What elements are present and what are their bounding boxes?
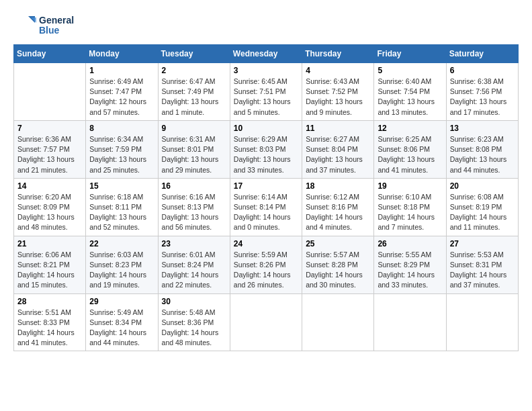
header-day-wednesday: Wednesday <box>230 45 302 63</box>
day-number: 6 <box>450 66 515 75</box>
calendar-cell: 18Sunrise: 6:12 AMSunset: 8:16 PMDayligh… <box>302 178 374 236</box>
day-number: 19 <box>378 181 442 191</box>
calendar-cell: 2Sunrise: 6:47 AMSunset: 7:49 PMDaylight… <box>158 63 230 121</box>
day-info: Sunrise: 6:12 AMSunset: 8:16 PMDaylight:… <box>306 192 370 233</box>
calendar-cell: 13Sunrise: 6:23 AMSunset: 8:08 PMDayligh… <box>446 120 518 178</box>
day-info: Sunrise: 6:14 AMSunset: 8:14 PMDaylight:… <box>234 192 298 233</box>
calendar-cell: 14Sunrise: 6:20 AMSunset: 8:09 PMDayligh… <box>14 178 86 236</box>
calendar-cell: 24Sunrise: 5:59 AMSunset: 8:26 PMDayligh… <box>230 236 302 293</box>
calendar-cell: 21Sunrise: 6:06 AMSunset: 8:21 PMDayligh… <box>14 236 86 293</box>
day-number: 3 <box>234 66 298 75</box>
week-row-1: 1Sunrise: 6:49 AMSunset: 7:47 PMDaylight… <box>14 63 519 121</box>
header-row: SundayMondayTuesdayWednesdayThursdayFrid… <box>14 45 519 63</box>
day-info: Sunrise: 6:45 AMSunset: 7:51 PMDaylight:… <box>234 77 298 118</box>
day-number: 10 <box>234 124 298 133</box>
logo-blue: Blue <box>39 26 74 36</box>
calendar-cell: 9Sunrise: 6:31 AMSunset: 8:01 PMDaylight… <box>158 120 230 178</box>
day-info: Sunrise: 6:27 AMSunset: 8:04 PMDaylight:… <box>306 134 370 175</box>
day-number: 14 <box>17 181 82 191</box>
day-number: 9 <box>162 124 226 133</box>
day-number: 20 <box>450 181 515 191</box>
day-number: 15 <box>89 181 154 191</box>
day-number: 27 <box>450 239 515 248</box>
day-info: Sunrise: 5:59 AMSunset: 8:26 PMDaylight:… <box>234 250 298 291</box>
calendar-cell <box>14 63 86 121</box>
logo-graphic <box>13 13 38 38</box>
day-info: Sunrise: 6:31 AMSunset: 8:01 PMDaylight:… <box>162 134 226 175</box>
calendar-cell: 1Sunrise: 6:49 AMSunset: 7:47 PMDaylight… <box>86 63 158 121</box>
day-number: 12 <box>378 124 442 133</box>
calendar-cell: 6Sunrise: 6:38 AMSunset: 7:56 PMDaylight… <box>446 63 518 121</box>
calendar-cell: 15Sunrise: 6:18 AMSunset: 8:11 PMDayligh… <box>86 178 158 236</box>
day-info: Sunrise: 5:53 AMSunset: 8:31 PMDaylight:… <box>450 250 515 291</box>
day-number: 25 <box>306 239 370 248</box>
day-info: Sunrise: 6:49 AMSunset: 7:47 PMDaylight:… <box>89 77 154 118</box>
day-number: 7 <box>17 124 82 133</box>
calendar-cell: 27Sunrise: 5:53 AMSunset: 8:31 PMDayligh… <box>446 236 518 293</box>
day-number: 24 <box>234 239 298 248</box>
day-number: 4 <box>306 66 370 75</box>
calendar-cell: 26Sunrise: 5:55 AMSunset: 8:29 PMDayligh… <box>374 236 446 293</box>
day-number: 8 <box>89 124 154 133</box>
calendar-cell: 30Sunrise: 5:48 AMSunset: 8:36 PMDayligh… <box>158 293 230 351</box>
calendar-cell <box>302 293 374 351</box>
day-number: 17 <box>234 181 298 191</box>
day-number: 21 <box>17 239 82 248</box>
day-info: Sunrise: 6:43 AMSunset: 7:52 PMDaylight:… <box>306 77 370 118</box>
day-info: Sunrise: 6:23 AMSunset: 8:08 PMDaylight:… <box>450 134 515 175</box>
calendar-cell: 29Sunrise: 5:49 AMSunset: 8:34 PMDayligh… <box>86 293 158 351</box>
day-info: Sunrise: 6:25 AMSunset: 8:06 PMDaylight:… <box>378 134 442 175</box>
header-day-tuesday: Tuesday <box>158 45 230 63</box>
day-info: Sunrise: 6:10 AMSunset: 8:18 PMDaylight:… <box>378 192 442 233</box>
calendar-cell: 20Sunrise: 6:08 AMSunset: 8:19 PMDayligh… <box>446 178 518 236</box>
day-info: Sunrise: 5:48 AMSunset: 8:36 PMDaylight:… <box>162 308 226 349</box>
day-info: Sunrise: 6:18 AMSunset: 8:11 PMDaylight:… <box>89 192 154 233</box>
week-row-3: 14Sunrise: 6:20 AMSunset: 8:09 PMDayligh… <box>14 178 519 236</box>
day-info: Sunrise: 5:49 AMSunset: 8:34 PMDaylight:… <box>89 308 154 349</box>
day-number: 13 <box>450 124 515 133</box>
day-info: Sunrise: 6:06 AMSunset: 8:21 PMDaylight:… <box>17 250 82 291</box>
day-number: 22 <box>89 239 154 248</box>
calendar-cell <box>374 293 446 351</box>
week-row-2: 7Sunrise: 6:36 AMSunset: 7:57 PMDaylight… <box>14 120 519 178</box>
calendar-cell: 7Sunrise: 6:36 AMSunset: 7:57 PMDaylight… <box>14 120 86 178</box>
day-info: Sunrise: 6:38 AMSunset: 7:56 PMDaylight:… <box>450 77 515 118</box>
calendar-cell <box>446 293 518 351</box>
day-info: Sunrise: 6:34 AMSunset: 7:59 PMDaylight:… <box>89 134 154 175</box>
calendar-cell: 5Sunrise: 6:40 AMSunset: 7:54 PMDaylight… <box>374 63 446 121</box>
header-day-sunday: Sunday <box>14 45 86 63</box>
day-number: 1 <box>89 66 154 75</box>
calendar-cell: 16Sunrise: 6:16 AMSunset: 8:13 PMDayligh… <box>158 178 230 236</box>
day-number: 26 <box>378 239 442 248</box>
day-info: Sunrise: 6:40 AMSunset: 7:54 PMDaylight:… <box>378 77 442 118</box>
calendar-cell: 3Sunrise: 6:45 AMSunset: 7:51 PMDaylight… <box>230 63 302 121</box>
day-number: 18 <box>306 181 370 191</box>
header-day-monday: Monday <box>86 45 158 63</box>
day-info: Sunrise: 6:36 AMSunset: 7:57 PMDaylight:… <box>17 134 82 175</box>
week-row-5: 28Sunrise: 5:51 AMSunset: 8:33 PMDayligh… <box>14 293 519 351</box>
calendar-cell: 11Sunrise: 6:27 AMSunset: 8:04 PMDayligh… <box>302 120 374 178</box>
header: General Blue <box>13 13 519 38</box>
header-day-thursday: Thursday <box>302 45 374 63</box>
calendar-cell: 10Sunrise: 6:29 AMSunset: 8:03 PMDayligh… <box>230 120 302 178</box>
calendar-cell: 22Sunrise: 6:03 AMSunset: 8:23 PMDayligh… <box>86 236 158 293</box>
day-number: 16 <box>162 181 226 191</box>
header-day-friday: Friday <box>374 45 446 63</box>
header-day-saturday: Saturday <box>446 45 518 63</box>
day-info: Sunrise: 6:08 AMSunset: 8:19 PMDaylight:… <box>450 192 515 233</box>
day-number: 29 <box>89 297 154 306</box>
week-row-4: 21Sunrise: 6:06 AMSunset: 8:21 PMDayligh… <box>14 236 519 293</box>
day-number: 23 <box>162 239 226 248</box>
calendar-cell: 4Sunrise: 6:43 AMSunset: 7:52 PMDaylight… <box>302 63 374 121</box>
calendar-cell: 8Sunrise: 6:34 AMSunset: 7:59 PMDaylight… <box>86 120 158 178</box>
calendar-cell: 12Sunrise: 6:25 AMSunset: 8:06 PMDayligh… <box>374 120 446 178</box>
day-number: 5 <box>378 66 442 75</box>
day-info: Sunrise: 5:57 AMSunset: 8:28 PMDaylight:… <box>306 250 370 291</box>
day-info: Sunrise: 6:03 AMSunset: 8:23 PMDaylight:… <box>89 250 154 291</box>
day-info: Sunrise: 6:16 AMSunset: 8:13 PMDaylight:… <box>162 192 226 233</box>
day-number: 30 <box>162 297 226 306</box>
day-info: Sunrise: 6:29 AMSunset: 8:03 PMDaylight:… <box>234 134 298 175</box>
day-info: Sunrise: 6:47 AMSunset: 7:49 PMDaylight:… <box>162 77 226 118</box>
calendar-cell <box>230 293 302 351</box>
logo-general: General <box>39 15 74 26</box>
